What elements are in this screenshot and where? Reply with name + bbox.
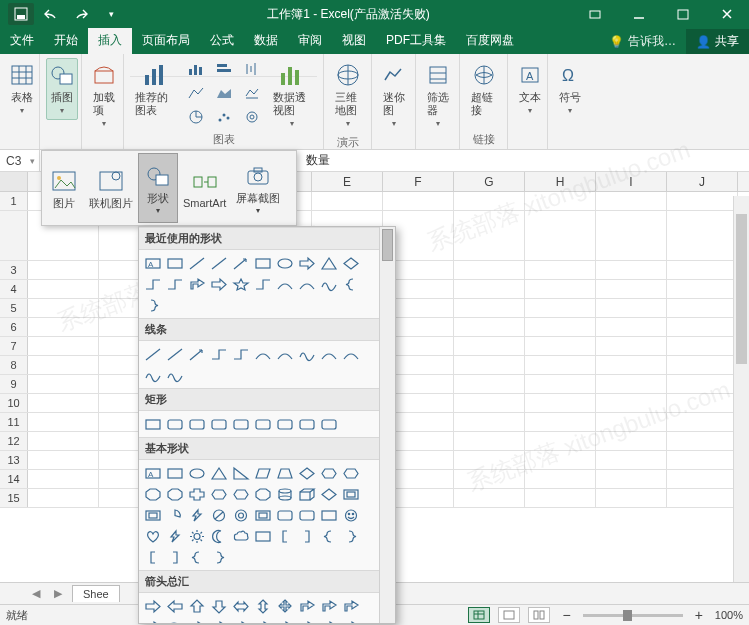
shape-rarrow[interactable]: [143, 597, 163, 615]
cell[interactable]: [596, 413, 667, 431]
shape-textbox[interactable]: A: [143, 254, 163, 272]
ribbon-options-button[interactable]: [573, 0, 617, 28]
row-header[interactable]: 5: [0, 299, 28, 317]
cell[interactable]: [525, 375, 596, 393]
shape-elbow[interactable]: [165, 275, 185, 293]
cell[interactable]: [454, 451, 525, 469]
text-button[interactable]: A 文本▾: [514, 58, 546, 120]
col-G[interactable]: G: [454, 172, 525, 191]
tell-me[interactable]: 💡告诉我…: [599, 29, 686, 54]
smartart-button[interactable]: SmartArt: [178, 153, 231, 223]
shape-diamond[interactable]: [297, 464, 317, 482]
cell[interactable]: [525, 470, 596, 488]
shape-hex[interactable]: [341, 464, 361, 482]
illustrations-button[interactable]: 插图▾: [46, 58, 78, 120]
shape-tri[interactable]: [319, 254, 339, 272]
shape-uturn[interactable]: [165, 618, 185, 623]
shape-bent[interactable]: [231, 618, 251, 623]
cell[interactable]: [28, 451, 99, 469]
cell[interactable]: [454, 489, 525, 507]
shape-curve[interactable]: [253, 345, 273, 363]
zoom-out-button[interactable]: −: [558, 607, 574, 623]
cell[interactable]: [596, 211, 667, 260]
cell[interactable]: [596, 432, 667, 450]
shape-trap[interactable]: [275, 464, 295, 482]
cell[interactable]: [28, 356, 99, 374]
shape-rarrow[interactable]: [297, 254, 317, 272]
cell[interactable]: [667, 261, 738, 279]
shape-rrect[interactable]: [275, 415, 295, 433]
sheet-nav-next[interactable]: ▶: [50, 587, 66, 600]
shape-rbrace[interactable]: [209, 548, 229, 566]
shape-rtri[interactable]: [231, 464, 251, 482]
shape-rect[interactable]: [165, 254, 185, 272]
shape-bent[interactable]: [341, 618, 361, 623]
shape-rect[interactable]: [253, 527, 273, 545]
shape-curve[interactable]: [319, 345, 339, 363]
shape-rbrack[interactable]: [165, 548, 185, 566]
shape-scribble[interactable]: [165, 366, 185, 384]
cell[interactable]: [454, 192, 525, 210]
gallery-scrollbar[interactable]: [379, 227, 395, 623]
shapes-menu-button[interactable]: 形状▾: [138, 153, 178, 223]
shape-rrect[interactable]: [319, 415, 339, 433]
shape-bent[interactable]: [341, 597, 361, 615]
cell[interactable]: [525, 261, 596, 279]
chart-line-button[interactable]: [184, 82, 208, 104]
shape-rect[interactable]: [165, 464, 185, 482]
col-I[interactable]: I: [596, 172, 667, 191]
zoom-level[interactable]: 100%: [715, 609, 743, 621]
shape-uarrow[interactable]: [187, 597, 207, 615]
shape-rrect[interactable]: [253, 415, 273, 433]
vertical-scrollbar[interactable]: [733, 196, 749, 582]
shape-scribble[interactable]: [319, 275, 339, 293]
sheet-nav-prev[interactable]: ◀: [28, 587, 44, 600]
shape-noentry[interactable]: [209, 506, 229, 524]
sheet-tab[interactable]: Shee: [72, 585, 120, 602]
shape-rect[interactable]: [143, 415, 163, 433]
cell[interactable]: [454, 261, 525, 279]
shape-curve[interactable]: [275, 275, 295, 293]
col-J[interactable]: J: [667, 172, 738, 191]
insert-picture-button[interactable]: 图片: [44, 153, 84, 223]
shape-bent[interactable]: [143, 618, 163, 623]
shape-frame[interactable]: [253, 506, 273, 524]
vscroll-thumb[interactable]: [736, 214, 747, 364]
shape-oct[interactable]: [165, 485, 185, 503]
shape-curve[interactable]: [341, 345, 361, 363]
cell[interactable]: [383, 192, 454, 210]
chart-bar-button[interactable]: [184, 58, 208, 80]
cell[interactable]: [525, 337, 596, 355]
shape-pie[interactable]: [165, 506, 185, 524]
formula-value[interactable]: 数量: [298, 152, 330, 169]
cell[interactable]: [454, 413, 525, 431]
cell[interactable]: [525, 299, 596, 317]
shape-lbrace[interactable]: [341, 275, 361, 293]
shape-rect[interactable]: [319, 506, 339, 524]
addins-button[interactable]: 加载项▾: [88, 58, 120, 133]
cell[interactable]: [667, 337, 738, 355]
pivotchart-button[interactable]: 数据透视图▾: [268, 58, 318, 133]
tables-button[interactable]: 表格▾: [6, 58, 38, 120]
cell[interactable]: [667, 394, 738, 412]
shape-line[interactable]: [165, 345, 185, 363]
cell[interactable]: [667, 451, 738, 469]
shape-bent[interactable]: [187, 618, 207, 623]
cell[interactable]: [596, 470, 667, 488]
shape-bent[interactable]: [187, 275, 207, 293]
shape-hex[interactable]: [319, 464, 339, 482]
cell[interactable]: [596, 375, 667, 393]
cell[interactable]: [667, 413, 738, 431]
cell[interactable]: [667, 375, 738, 393]
shape-lbrack[interactable]: [275, 527, 295, 545]
shape-lrarrow[interactable]: [231, 597, 251, 615]
cell[interactable]: [525, 489, 596, 507]
chart-stock-button[interactable]: [240, 58, 264, 80]
shape-plus[interactable]: [187, 485, 207, 503]
save-button[interactable]: [8, 3, 34, 25]
cell[interactable]: [596, 299, 667, 317]
cell[interactable]: [28, 489, 99, 507]
zoom-in-button[interactable]: +: [691, 607, 707, 623]
view-pagelayout-button[interactable]: [498, 607, 520, 623]
shape-elbow[interactable]: [231, 345, 251, 363]
